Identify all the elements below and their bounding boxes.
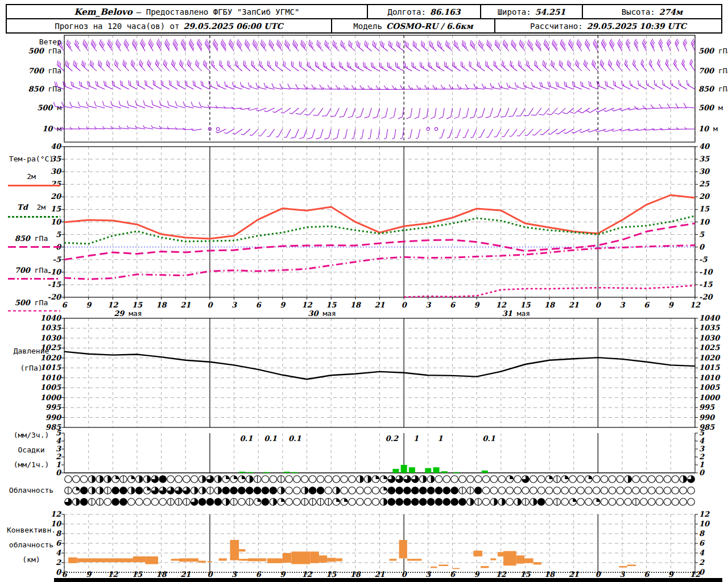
time-label-bottom: 12 <box>690 570 701 579</box>
barb-stem <box>482 108 485 117</box>
barb-stem <box>177 106 185 108</box>
barb-stem <box>445 66 453 71</box>
cloud-cover-symbol <box>664 487 671 494</box>
cloud-cover-symbol <box>545 487 553 494</box>
cloud-circle <box>577 487 585 494</box>
cloud-cover-symbol <box>143 498 151 506</box>
barb-half <box>78 127 80 129</box>
wind-barb <box>162 60 172 71</box>
wind-barb <box>257 61 268 71</box>
wind-barb <box>656 59 666 71</box>
wind-barb <box>233 60 245 71</box>
barb-half <box>347 88 348 90</box>
wind-barb <box>617 39 626 51</box>
cloud-circle <box>506 498 514 506</box>
barb-stem <box>157 43 162 51</box>
barb-full <box>501 115 506 119</box>
barb-full <box>77 102 81 106</box>
barb-half <box>470 136 473 138</box>
cloud-circle <box>293 487 301 494</box>
cloud-cover-symbol <box>388 498 395 506</box>
cloud-half <box>100 476 103 483</box>
time-label-mid: 12 <box>107 301 118 309</box>
barb-stem <box>278 129 283 137</box>
wind-barb <box>272 106 283 113</box>
cloud-cover-symbol <box>419 498 427 506</box>
cloud-cover-symbol <box>238 487 246 494</box>
header-row-1: Kem_Belovo – Предоставлено ФГБУ "ЗапСиб … <box>7 5 721 18</box>
barb-stem <box>581 129 590 132</box>
cloud-circle <box>293 476 301 483</box>
barb-stem <box>96 106 105 108</box>
barb-half <box>612 109 614 111</box>
cloud-cover-symbol <box>104 487 111 494</box>
bottom-strip <box>54 578 722 582</box>
wind-barb <box>356 107 363 119</box>
cloud-half <box>360 476 363 483</box>
cloud-cover-symbol <box>688 487 695 494</box>
cloud-cover-symbol <box>293 487 301 494</box>
time-label-mid: 21 <box>374 301 384 309</box>
wind-level-label-right: 500 м <box>698 103 723 112</box>
barb-stem <box>452 89 461 89</box>
cloud-circle <box>624 487 632 494</box>
cloud-circle <box>640 498 648 506</box>
cloud-cover-symbol <box>191 487 198 494</box>
cloud-quarter <box>281 498 284 502</box>
wind-barb <box>303 85 315 89</box>
cloud-circle <box>640 487 648 494</box>
wind-barb <box>258 128 266 137</box>
cloud-cover-symbol <box>222 498 230 506</box>
barb-stem <box>437 45 444 51</box>
cloud-circle <box>112 498 119 506</box>
wind-barb <box>439 107 444 119</box>
cloud-circle <box>333 476 340 483</box>
cloud-circle <box>561 487 569 494</box>
wind-barb <box>556 127 565 135</box>
wind-barb <box>639 60 650 71</box>
barb-half <box>603 130 605 132</box>
barb-stem <box>489 129 493 137</box>
barb-stem <box>80 106 89 108</box>
barb-stem <box>630 85 638 89</box>
barb-stem <box>461 66 469 71</box>
wind-barb <box>249 60 260 71</box>
pressure-ytick-right: 995 <box>699 403 715 411</box>
pressure-ytick-left: 1005 <box>40 383 61 392</box>
barb-half <box>110 126 112 128</box>
barb-full <box>373 116 377 119</box>
cloud-circle <box>577 476 585 483</box>
barb-stem <box>490 108 493 117</box>
wind-barb <box>478 107 485 119</box>
cloud-cover-symbol <box>601 487 608 494</box>
wind-barb <box>98 39 108 51</box>
cloud-circle <box>680 487 687 494</box>
cloud-cover-symbol <box>545 498 553 506</box>
conv-bar <box>390 559 397 560</box>
barb-full <box>684 103 686 107</box>
cloud-quarter <box>589 476 592 479</box>
cloud-circle <box>325 487 332 494</box>
pressure-ytick-right: 1005 <box>699 383 720 392</box>
wind-barb <box>215 81 228 89</box>
cloud-cover-symbol <box>530 498 537 506</box>
wind-barb <box>239 82 251 89</box>
legend-line-td <box>8 216 60 218</box>
barb-stem <box>518 65 525 71</box>
barb-full <box>198 102 202 107</box>
wind-barb <box>283 40 294 51</box>
conv-ytick-left: 0 <box>56 568 62 576</box>
wind-barb <box>664 59 674 71</box>
barb-stem <box>559 65 566 71</box>
barb-full <box>431 117 435 120</box>
barb-stem <box>148 43 153 51</box>
cloud-circle <box>293 498 301 506</box>
cloud-cover-symbol <box>490 498 498 506</box>
forecast-label: Прогноз на 120 часа(ов) от <box>55 22 179 31</box>
time-label-bottom: 15 <box>520 570 531 579</box>
cloud-cover-symbol <box>601 498 608 506</box>
barb-half <box>267 135 269 138</box>
wind-barb <box>392 85 404 90</box>
time-label-mid: 6 <box>256 301 262 309</box>
barb-full <box>336 85 338 89</box>
